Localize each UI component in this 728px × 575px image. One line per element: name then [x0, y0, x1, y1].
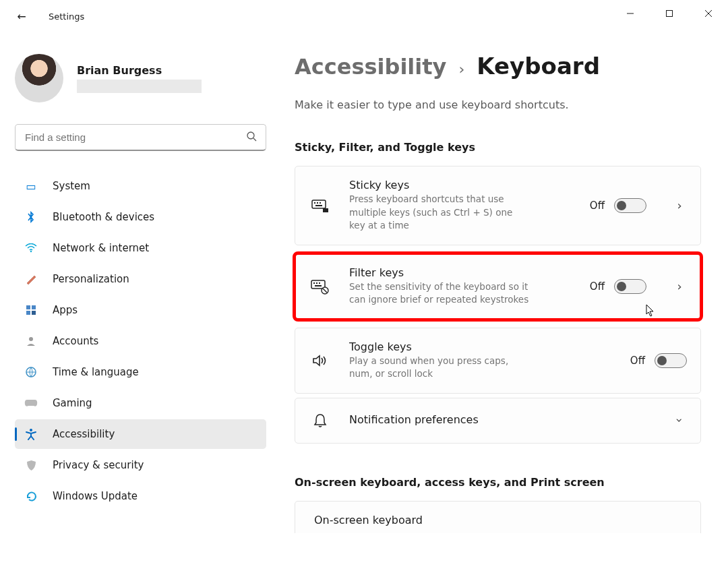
page-subtitle: Make it easier to type and use keyboard … — [295, 98, 701, 111]
person-icon — [24, 336, 38, 346]
search-input[interactable] — [15, 124, 266, 151]
sidebar-item-update[interactable]: Windows Update — [15, 481, 266, 511]
card-title: Toggle keys — [349, 340, 611, 353]
sidebar-item-label: Gaming — [53, 397, 92, 409]
toggle-state-label: Off — [590, 200, 605, 212]
chevron-right-icon: › — [458, 61, 464, 78]
gamepad-icon — [24, 398, 38, 408]
card-filter-keys[interactable]: Filter keys Set the sensitivity of the k… — [295, 253, 701, 320]
sidebar-item-personalization[interactable]: Personalization — [15, 264, 266, 294]
toggle-keys-toggle[interactable] — [655, 353, 687, 368]
card-notification-preferences[interactable]: Notification preferences › — [295, 398, 701, 444]
svg-rect-18 — [315, 205, 322, 206]
svg-rect-7 — [26, 305, 30, 309]
sidebar-item-system[interactable]: ▭ System — [15, 171, 266, 201]
svg-point-6 — [30, 251, 32, 252]
breadcrumb: Accessibility › Keyboard — [295, 53, 701, 80]
card-title: Sticky keys — [349, 179, 571, 191]
svg-rect-22 — [316, 282, 317, 284]
content-pane: Accessibility › Keyboard Make it easier … — [278, 32, 728, 575]
back-button[interactable]: ← — [7, 1, 36, 31]
titlebar: ← Settings — [0, 0, 728, 32]
sound-icon — [310, 354, 330, 367]
sidebar-item-bluetooth[interactable]: Bluetooth & devices — [15, 202, 266, 232]
sidebar-item-label: Personalization — [53, 273, 129, 285]
sidebar-item-apps[interactable]: Apps — [15, 295, 266, 325]
settings-window: ← Settings Brian Burgess — [0, 0, 728, 575]
app-title: Settings — [49, 11, 84, 22]
paintbrush-icon — [24, 273, 38, 285]
svg-rect-24 — [315, 285, 322, 286]
close-button[interactable] — [689, 0, 728, 27]
maximize-button[interactable] — [650, 0, 689, 27]
bell-icon — [310, 413, 330, 428]
sidebar-item-label: Accounts — [53, 335, 98, 347]
minimize-button[interactable] — [611, 0, 650, 27]
search-icon — [246, 131, 257, 144]
svg-point-13 — [30, 429, 32, 431]
nav-list: ▭ System Bluetooth & devices Network & i… — [15, 171, 266, 511]
accessibility-icon — [24, 428, 38, 440]
card-title: Filter keys — [349, 266, 571, 279]
card-title: On-screen keyboard — [314, 514, 687, 526]
sidebar-item-accessibility[interactable]: Accessibility — [15, 419, 266, 449]
bluetooth-icon — [24, 211, 38, 223]
svg-rect-23 — [319, 282, 320, 284]
card-sticky-keys[interactable]: Sticky keys Press keyboard shortcuts tha… — [295, 166, 701, 245]
search-wrap — [15, 124, 266, 151]
globe-clock-icon — [24, 367, 38, 378]
page-title: Keyboard — [477, 53, 600, 80]
sidebar-item-label: Network & internet — [53, 242, 149, 254]
sidebar-item-label: Windows Update — [53, 490, 138, 502]
sidebar-item-label: Time & language — [53, 366, 139, 378]
toggle-state-label: Off — [630, 355, 645, 367]
profile-name: Brian Burgess — [77, 64, 202, 77]
card-toggle-keys[interactable]: Toggle keys Play a sound when you press … — [295, 328, 701, 394]
update-icon — [24, 491, 38, 502]
svg-rect-8 — [32, 305, 36, 309]
svg-rect-15 — [314, 202, 315, 204]
sidebar: Brian Burgess ▭ System — [0, 32, 278, 575]
sidebar-item-privacy[interactable]: Privacy & security — [15, 450, 266, 480]
caption-buttons — [611, 0, 728, 27]
toggle-state-label: Off — [590, 280, 605, 293]
svg-rect-14 — [312, 200, 326, 208]
chevron-right-icon[interactable]: › — [672, 198, 687, 212]
breadcrumb-parent[interactable]: Accessibility — [295, 54, 446, 80]
profile-block[interactable]: Brian Burgess — [15, 54, 266, 102]
sidebar-item-accounts[interactable]: Accounts — [15, 326, 266, 356]
card-title: Notification preferences — [349, 413, 646, 426]
minimize-icon — [626, 9, 634, 18]
card-on-screen-keyboard[interactable]: On-screen keyboard — [295, 501, 701, 533]
keyboard-filter-icon — [310, 278, 330, 295]
svg-line-5 — [253, 138, 256, 141]
card-desc: Set the sensitivity of the keyboard so i… — [349, 280, 531, 307]
wifi-icon — [24, 243, 38, 253]
section-header-keys: Sticky, Filter, and Toggle keys — [295, 141, 701, 154]
sidebar-item-gaming[interactable]: Gaming — [15, 388, 266, 418]
svg-rect-10 — [32, 311, 36, 315]
svg-rect-16 — [317, 202, 318, 204]
filter-keys-toggle[interactable] — [614, 279, 646, 294]
profile-subtext-redacted — [77, 80, 202, 93]
chevron-right-icon[interactable]: › — [672, 279, 687, 293]
sidebar-item-label: Bluetooth & devices — [53, 211, 154, 223]
sidebar-item-label: Privacy & security — [53, 459, 144, 471]
chevron-down-icon[interactable]: › — [673, 413, 687, 428]
apps-icon — [24, 305, 38, 315]
display-icon: ▭ — [24, 180, 38, 193]
sidebar-item-label: Apps — [53, 304, 78, 316]
svg-rect-17 — [320, 202, 321, 204]
svg-rect-19 — [323, 208, 328, 212]
card-desc: Play a sound when you press caps, num, o… — [349, 355, 531, 381]
sidebar-item-network[interactable]: Network & internet — [15, 233, 266, 263]
svg-point-4 — [247, 132, 254, 139]
arrow-left-icon: ← — [17, 10, 26, 23]
shield-icon — [24, 460, 38, 471]
svg-rect-21 — [313, 282, 315, 284]
svg-point-11 — [29, 337, 33, 341]
sidebar-item-time[interactable]: Time & language — [15, 357, 266, 387]
avatar — [15, 54, 63, 102]
sticky-keys-toggle[interactable] — [614, 198, 646, 213]
sidebar-item-label: Accessibility — [53, 428, 115, 440]
